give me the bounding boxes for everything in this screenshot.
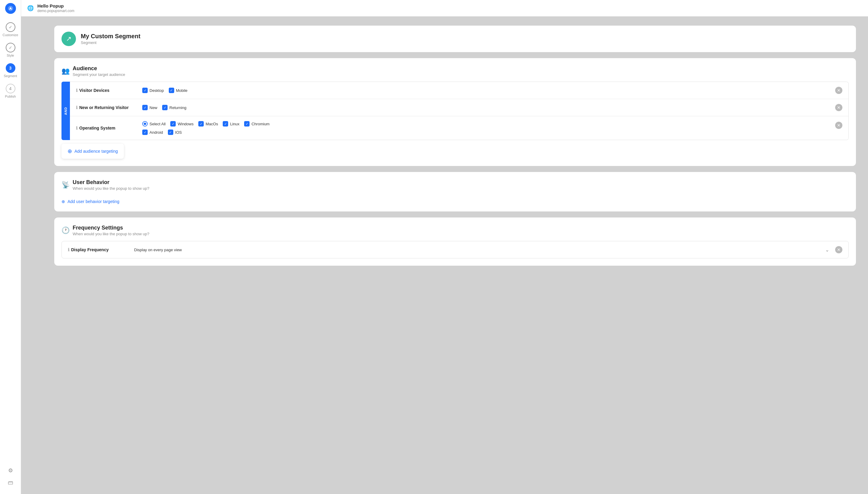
visitor-devices-remove-button[interactable]: ✕ xyxy=(835,87,843,94)
display-frequency-info-icon[interactable]: ℹ xyxy=(68,247,69,252)
desktop-checkbox[interactable] xyxy=(142,88,148,93)
visitor-devices-info-icon[interactable]: ℹ xyxy=(76,88,77,93)
new-label: New xyxy=(149,106,157,110)
user-behavior-subtitle: When would you like the popup to show up… xyxy=(73,186,149,191)
chromium-label: Chromium xyxy=(251,122,270,126)
sidebar-item-style-label: Style xyxy=(7,54,14,57)
customize-icon: ✓ xyxy=(6,22,15,32)
header: 🌐 Hello Popup demo.popupsmart.com xyxy=(21,0,868,17)
returning-label: Returning xyxy=(169,106,186,110)
segment-header-icon: ↗ xyxy=(61,32,76,46)
macos-option[interactable]: MacOs xyxy=(198,121,218,127)
mobile-option[interactable]: Mobile xyxy=(169,88,187,93)
targeting-rows: ℹ Visitor Devices Desktop Mobile ✕ xyxy=(70,82,849,140)
os-label: ℹ Operating System xyxy=(76,126,136,130)
os-options-row2: Android IOS xyxy=(142,130,829,135)
audience-header-text: Audience Segment your target audience xyxy=(73,65,125,77)
new-checkbox[interactable] xyxy=(142,105,148,110)
display-frequency-remove-button[interactable]: ✕ xyxy=(835,246,843,253)
linux-label: Linux xyxy=(230,122,239,126)
android-option[interactable]: Android xyxy=(142,130,163,135)
ios-checkbox[interactable] xyxy=(168,130,173,135)
visitor-devices-text: Visitor Devices xyxy=(79,88,109,93)
app-logo[interactable] xyxy=(5,3,16,14)
frequency-title: Frequency Settings xyxy=(73,225,149,231)
visitor-devices-options: Desktop Mobile xyxy=(142,88,829,93)
header-subtitle: demo.popupsmart.com xyxy=(37,9,74,13)
display-frequency-value: Display on every page view xyxy=(134,248,182,252)
segment-title: My Custom Segment xyxy=(81,33,141,40)
desktop-option[interactable]: Desktop xyxy=(142,88,164,93)
header-title: Hello Popup xyxy=(37,3,74,8)
segment-header-text: My Custom Segment Segment xyxy=(81,33,141,45)
frequency-icon: 🕐 xyxy=(61,227,70,234)
chromium-checkbox[interactable] xyxy=(244,121,250,127)
sidebar-bottom: ⚙ 🗃 xyxy=(5,465,16,491)
chromium-option[interactable]: Chromium xyxy=(244,121,270,127)
and-bar: AND xyxy=(61,82,70,140)
segment-subtitle: Segment xyxy=(81,40,141,45)
mobile-checkbox[interactable] xyxy=(169,88,174,93)
audience-title: Audience xyxy=(73,65,125,72)
windows-label: Windows xyxy=(178,122,193,126)
ios-label: IOS xyxy=(175,130,182,135)
add-user-behavior-plus-icon: ⊕ xyxy=(61,199,65,204)
windows-checkbox[interactable] xyxy=(170,121,176,127)
audience-section: 👥 Audience Segment your target audience … xyxy=(54,58,856,166)
new-returning-label: ℹ New or Returning Visitor xyxy=(76,105,136,110)
select-all-option[interactable]: Select All xyxy=(142,121,165,127)
publish-icon: 4 xyxy=(6,84,15,93)
and-label: AND xyxy=(64,107,68,115)
audience-subtitle: Segment your target audience xyxy=(73,72,125,77)
segment-icon: 3 xyxy=(6,63,15,73)
user-behavior-icon: 📡 xyxy=(61,181,70,189)
add-user-behavior-button[interactable]: ⊕ Add user behavior targeting xyxy=(61,199,119,204)
linux-option[interactable]: Linux xyxy=(223,121,239,127)
returning-visitor-option[interactable]: Returning xyxy=(162,105,186,110)
settings-button[interactable]: ⚙ xyxy=(5,465,16,476)
chevron-down-icon: ⌄ xyxy=(825,247,829,253)
sidebar-item-customize-label: Customize xyxy=(3,33,18,37)
user-behavior-header: 📡 User Behavior When would you like the … xyxy=(61,179,849,191)
visitor-devices-label: ℹ Visitor Devices xyxy=(76,88,136,93)
new-returning-row: ℹ New or Returning Visitor New Returning xyxy=(70,99,848,116)
os-options-row1: Select All Windows MacOs xyxy=(142,121,829,127)
sidebar-item-publish-label: Publish xyxy=(5,95,16,98)
display-frequency-row: ℹ Display Frequency Display on every pag… xyxy=(61,241,849,259)
macos-checkbox[interactable] xyxy=(198,121,204,127)
frequency-section: 🕐 Frequency Settings When would you like… xyxy=(54,217,856,266)
new-returning-info-icon[interactable]: ℹ xyxy=(76,105,77,110)
audience-section-header: 👥 Audience Segment your target audience xyxy=(61,65,849,77)
display-frequency-label: ℹ Display Frequency xyxy=(68,247,128,252)
android-checkbox[interactable] xyxy=(142,130,148,135)
add-audience-targeting-button[interactable]: ⊕ Add audience targeting xyxy=(61,144,124,159)
os-remove-button[interactable]: ✕ xyxy=(835,122,843,129)
os-options-container: Select All Windows MacOs xyxy=(142,121,829,135)
select-all-radio[interactable] xyxy=(142,121,148,127)
segment-header-card: ↗ My Custom Segment Segment xyxy=(54,25,856,52)
sidebar-item-publish[interactable]: 4 Publish xyxy=(0,81,21,101)
style-icon: ✓ xyxy=(6,43,15,52)
add-audience-plus-icon: ⊕ xyxy=(68,148,72,154)
new-returning-options: New Returning xyxy=(142,105,829,110)
display-frequency-select[interactable]: Display on every page view ⌄ xyxy=(134,247,829,253)
os-info-icon[interactable]: ℹ xyxy=(76,126,77,130)
os-text: Operating System xyxy=(79,126,115,130)
frequency-subtitle: When would you like the popup to show up… xyxy=(73,232,149,236)
new-returning-text: New or Returning Visitor xyxy=(79,105,129,110)
sidebar-item-segment-label: Segment xyxy=(4,74,17,78)
windows-option[interactable]: Windows xyxy=(170,121,193,127)
returning-checkbox[interactable] xyxy=(162,105,168,110)
add-audience-targeting-label: Add audience targeting xyxy=(74,149,118,154)
sidebar-item-segment[interactable]: 3 Segment xyxy=(0,60,21,81)
briefcase-button[interactable]: 🗃 xyxy=(5,477,16,488)
sidebar-item-style[interactable]: ✓ Style xyxy=(0,40,21,60)
linux-checkbox[interactable] xyxy=(223,121,228,127)
mobile-label: Mobile xyxy=(176,88,187,93)
new-visitor-option[interactable]: New xyxy=(142,105,157,110)
new-returning-remove-button[interactable]: ✕ xyxy=(835,104,843,111)
ios-option[interactable]: IOS xyxy=(168,130,182,135)
sidebar-item-customize[interactable]: ✓ Customize xyxy=(0,19,21,40)
frequency-header: 🕐 Frequency Settings When would you like… xyxy=(61,225,849,236)
frequency-header-text: Frequency Settings When would you like t… xyxy=(73,225,149,236)
